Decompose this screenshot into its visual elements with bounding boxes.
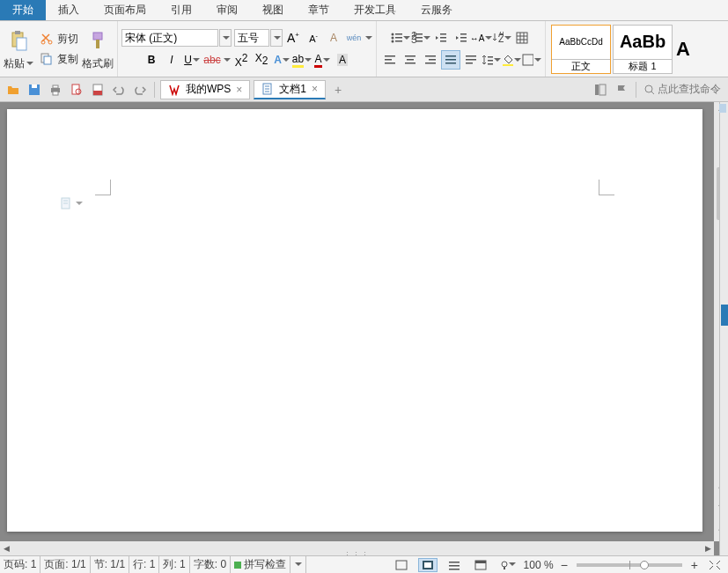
document-area[interactable]: ▲ ▼ ▲ ● ▼ ◀ ⋮⋮⋮ ▶: [0, 102, 728, 555]
view-print-layout-button[interactable]: [418, 558, 438, 572]
status-page-count[interactable]: 页面: 1/1: [40, 556, 90, 573]
zoom-level[interactable]: 100 %: [520, 556, 557, 573]
tab-insert[interactable]: 插入: [46, 0, 92, 20]
numbering-button[interactable]: 123: [411, 28, 430, 48]
line-spacing-button[interactable]: [482, 50, 501, 70]
shrink-font-button[interactable]: A-: [304, 28, 323, 48]
svg-rect-67: [449, 562, 460, 563]
select-pane-button[interactable]: [612, 80, 631, 99]
pane-handle-icon[interactable]: [719, 104, 726, 113]
font-size-dropdown[interactable]: [270, 29, 283, 47]
undo-button[interactable]: [109, 80, 129, 99]
save-button[interactable]: [25, 80, 44, 99]
shading-button[interactable]: [502, 50, 521, 70]
grow-font-button[interactable]: A+: [283, 28, 303, 48]
char-shading-button[interactable]: A: [333, 50, 352, 70]
scroll-right-button[interactable]: ▶: [702, 542, 714, 555]
print-preview-button[interactable]: [67, 80, 86, 99]
task-pane-strip[interactable]: [719, 102, 728, 555]
highlight-button[interactable]: ab: [292, 50, 312, 70]
view-web-button[interactable]: [471, 558, 490, 572]
style-heading1[interactable]: AaBb 标题 1: [613, 25, 673, 74]
phonetic-guide-button[interactable]: wén: [344, 28, 364, 48]
align-right-button[interactable]: [421, 50, 440, 70]
doc-tab-mywps[interactable]: 我的WPS ×: [160, 80, 250, 99]
status-line[interactable]: 行: 1: [129, 556, 159, 573]
print-button[interactable]: [46, 80, 65, 99]
tab-view[interactable]: 视图: [250, 0, 296, 20]
bold-button[interactable]: B: [142, 50, 161, 70]
chevron-down-icon[interactable]: [295, 562, 302, 569]
zoom-out-button[interactable]: −: [561, 558, 568, 572]
sort-button[interactable]: AZ: [492, 28, 511, 48]
char-scale-button[interactable]: ↔A: [472, 28, 491, 48]
status-column[interactable]: 列: 1: [159, 556, 189, 573]
new-tab-button[interactable]: +: [328, 80, 348, 99]
status-section[interactable]: 节: 1/1: [91, 556, 129, 573]
eye-protect-button[interactable]: [497, 558, 517, 572]
close-icon[interactable]: ×: [236, 84, 242, 96]
zoom-slider[interactable]: [577, 563, 682, 567]
font-color-button[interactable]: A: [313, 50, 332, 70]
underline-button[interactable]: U: [182, 50, 202, 70]
subscript-button[interactable]: X2: [252, 50, 271, 70]
align-justify-button[interactable]: [441, 50, 460, 70]
align-center-button[interactable]: [401, 50, 420, 70]
superscript-button[interactable]: X2: [232, 50, 251, 70]
paste-button[interactable]: [6, 27, 31, 55]
align-left-button[interactable]: [380, 50, 400, 70]
copy-button[interactable]: [37, 49, 56, 69]
italic-button[interactable]: I: [162, 50, 181, 70]
nav-pane-button[interactable]: [591, 80, 610, 99]
tab-references[interactable]: 引用: [158, 0, 204, 20]
format-painter-button[interactable]: [86, 27, 109, 55]
status-spellcheck[interactable]: 拼写检查: [231, 556, 290, 573]
tab-review[interactable]: 审阅: [204, 0, 250, 20]
tab-section[interactable]: 章节: [296, 0, 342, 20]
tab-home[interactable]: 开始: [0, 0, 46, 20]
font-size-input[interactable]: [234, 29, 269, 47]
command-search[interactable]: 点此查找命令: [641, 81, 724, 99]
view-fullscreen-button[interactable]: [392, 558, 411, 572]
horizontal-scrollbar[interactable]: ◀ ⋮⋮⋮ ▶: [0, 541, 714, 555]
view-outline-button[interactable]: [445, 558, 464, 572]
fit-page-button[interactable]: [705, 558, 724, 572]
status-page-number[interactable]: 页码: 1: [0, 556, 40, 573]
style-more[interactable]: A: [674, 25, 692, 74]
status-word-count[interactable]: 字数: 0: [190, 556, 231, 573]
chevron-down-icon[interactable]: [365, 36, 372, 43]
split-grip[interactable]: ⋮⋮⋮: [343, 551, 370, 555]
slider-knob[interactable]: [640, 561, 649, 569]
strike-button[interactable]: abc: [202, 50, 222, 70]
copy-icon: [40, 53, 53, 65]
bullets-button[interactable]: [391, 28, 410, 48]
insert-hint[interactable]: [60, 197, 83, 209]
clear-formatting-button[interactable]: A: [324, 28, 343, 48]
align-distribute-button[interactable]: [461, 50, 481, 70]
svg-rect-69: [449, 569, 460, 570]
svg-rect-23: [440, 40, 446, 42]
tab-cloud[interactable]: 云服务: [408, 0, 465, 20]
font-name-dropdown[interactable]: [219, 29, 232, 47]
export-pdf-button[interactable]: [88, 80, 107, 99]
chevron-down-icon[interactable]: [26, 62, 33, 69]
doc-tab-document1[interactable]: 文档1 ×: [254, 80, 326, 99]
open-button[interactable]: [4, 80, 23, 99]
chevron-down-icon[interactable]: [224, 58, 231, 65]
tab-page-layout[interactable]: 页面布局: [92, 0, 158, 20]
show-marks-button[interactable]: [512, 28, 532, 48]
decrease-indent-button[interactable]: [431, 28, 451, 48]
page[interactable]: [7, 109, 702, 532]
pane-marker[interactable]: [721, 305, 728, 326]
cut-button[interactable]: [37, 29, 56, 48]
font-name-input[interactable]: [121, 29, 218, 47]
scroll-left-button[interactable]: ◀: [0, 542, 12, 555]
text-effect-button[interactable]: A: [272, 50, 291, 70]
increase-indent-button[interactable]: [452, 28, 471, 48]
borders-button[interactable]: [522, 50, 541, 70]
style-normal[interactable]: AaBbCcDd 正文: [551, 25, 611, 74]
redo-button[interactable]: [130, 80, 150, 99]
zoom-in-button[interactable]: +: [691, 558, 698, 572]
tab-devtools[interactable]: 开发工具: [342, 0, 408, 20]
close-icon[interactable]: ×: [312, 83, 318, 95]
